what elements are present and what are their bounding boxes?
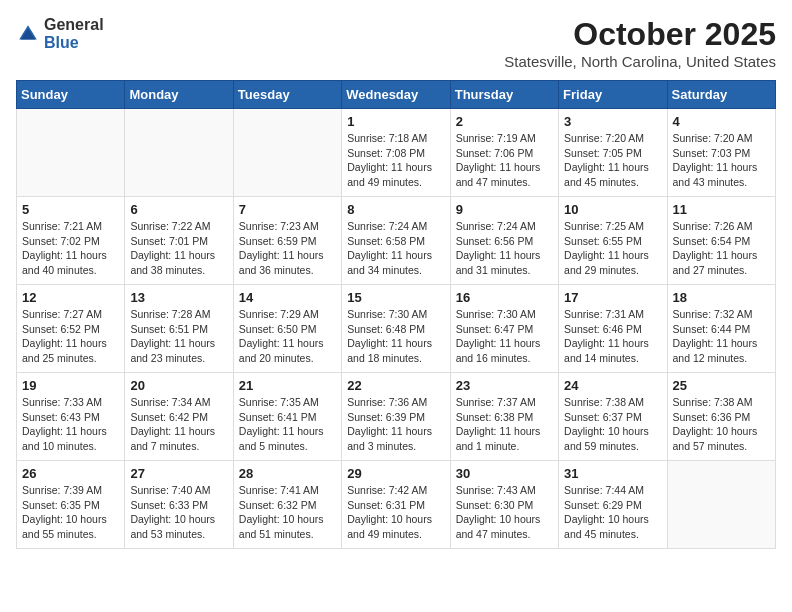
col-wednesday: Wednesday bbox=[342, 81, 450, 109]
day-info: Sunrise: 7:39 AM Sunset: 6:35 PM Dayligh… bbox=[22, 483, 119, 542]
day-number: 8 bbox=[347, 202, 444, 217]
calendar-table: Sunday Monday Tuesday Wednesday Thursday… bbox=[16, 80, 776, 549]
calendar-body: 1Sunrise: 7:18 AM Sunset: 7:08 PM Daylig… bbox=[17, 109, 776, 549]
day-number: 5 bbox=[22, 202, 119, 217]
table-row: 1Sunrise: 7:18 AM Sunset: 7:08 PM Daylig… bbox=[342, 109, 450, 197]
table-row bbox=[125, 109, 233, 197]
table-row: 28Sunrise: 7:41 AM Sunset: 6:32 PM Dayli… bbox=[233, 461, 341, 549]
day-number: 7 bbox=[239, 202, 336, 217]
col-monday: Monday bbox=[125, 81, 233, 109]
day-number: 14 bbox=[239, 290, 336, 305]
calendar-subtitle: Statesville, North Carolina, United Stat… bbox=[504, 53, 776, 70]
day-number: 28 bbox=[239, 466, 336, 481]
table-row: 31Sunrise: 7:44 AM Sunset: 6:29 PM Dayli… bbox=[559, 461, 667, 549]
table-row: 29Sunrise: 7:42 AM Sunset: 6:31 PM Dayli… bbox=[342, 461, 450, 549]
table-row: 11Sunrise: 7:26 AM Sunset: 6:54 PM Dayli… bbox=[667, 197, 775, 285]
col-sunday: Sunday bbox=[17, 81, 125, 109]
day-number: 1 bbox=[347, 114, 444, 129]
table-row: 7Sunrise: 7:23 AM Sunset: 6:59 PM Daylig… bbox=[233, 197, 341, 285]
col-tuesday: Tuesday bbox=[233, 81, 341, 109]
table-row: 25Sunrise: 7:38 AM Sunset: 6:36 PM Dayli… bbox=[667, 373, 775, 461]
day-number: 31 bbox=[564, 466, 661, 481]
day-number: 9 bbox=[456, 202, 553, 217]
table-row: 10Sunrise: 7:25 AM Sunset: 6:55 PM Dayli… bbox=[559, 197, 667, 285]
day-number: 11 bbox=[673, 202, 770, 217]
table-row: 18Sunrise: 7:32 AM Sunset: 6:44 PM Dayli… bbox=[667, 285, 775, 373]
day-number: 13 bbox=[130, 290, 227, 305]
day-info: Sunrise: 7:21 AM Sunset: 7:02 PM Dayligh… bbox=[22, 219, 119, 278]
table-row: 27Sunrise: 7:40 AM Sunset: 6:33 PM Dayli… bbox=[125, 461, 233, 549]
table-row: 21Sunrise: 7:35 AM Sunset: 6:41 PM Dayli… bbox=[233, 373, 341, 461]
table-row bbox=[17, 109, 125, 197]
day-number: 17 bbox=[564, 290, 661, 305]
calendar-title: October 2025 bbox=[504, 16, 776, 53]
day-info: Sunrise: 7:40 AM Sunset: 6:33 PM Dayligh… bbox=[130, 483, 227, 542]
day-info: Sunrise: 7:37 AM Sunset: 6:38 PM Dayligh… bbox=[456, 395, 553, 454]
day-number: 23 bbox=[456, 378, 553, 393]
day-number: 30 bbox=[456, 466, 553, 481]
logo-text: General Blue bbox=[44, 16, 104, 51]
day-info: Sunrise: 7:42 AM Sunset: 6:31 PM Dayligh… bbox=[347, 483, 444, 542]
day-info: Sunrise: 7:31 AM Sunset: 6:46 PM Dayligh… bbox=[564, 307, 661, 366]
table-row: 9Sunrise: 7:24 AM Sunset: 6:56 PM Daylig… bbox=[450, 197, 558, 285]
table-row: 26Sunrise: 7:39 AM Sunset: 6:35 PM Dayli… bbox=[17, 461, 125, 549]
table-row: 17Sunrise: 7:31 AM Sunset: 6:46 PM Dayli… bbox=[559, 285, 667, 373]
day-number: 26 bbox=[22, 466, 119, 481]
day-info: Sunrise: 7:33 AM Sunset: 6:43 PM Dayligh… bbox=[22, 395, 119, 454]
day-number: 16 bbox=[456, 290, 553, 305]
table-row: 30Sunrise: 7:43 AM Sunset: 6:30 PM Dayli… bbox=[450, 461, 558, 549]
day-info: Sunrise: 7:20 AM Sunset: 7:03 PM Dayligh… bbox=[673, 131, 770, 190]
calendar-header: Sunday Monday Tuesday Wednesday Thursday… bbox=[17, 81, 776, 109]
table-row: 24Sunrise: 7:38 AM Sunset: 6:37 PM Dayli… bbox=[559, 373, 667, 461]
table-row: 16Sunrise: 7:30 AM Sunset: 6:47 PM Dayli… bbox=[450, 285, 558, 373]
calendar-week-3: 12Sunrise: 7:27 AM Sunset: 6:52 PM Dayli… bbox=[17, 285, 776, 373]
day-number: 29 bbox=[347, 466, 444, 481]
calendar-week-2: 5Sunrise: 7:21 AM Sunset: 7:02 PM Daylig… bbox=[17, 197, 776, 285]
day-number: 10 bbox=[564, 202, 661, 217]
day-info: Sunrise: 7:18 AM Sunset: 7:08 PM Dayligh… bbox=[347, 131, 444, 190]
day-number: 4 bbox=[673, 114, 770, 129]
table-row: 20Sunrise: 7:34 AM Sunset: 6:42 PM Dayli… bbox=[125, 373, 233, 461]
table-row: 6Sunrise: 7:22 AM Sunset: 7:01 PM Daylig… bbox=[125, 197, 233, 285]
day-info: Sunrise: 7:30 AM Sunset: 6:48 PM Dayligh… bbox=[347, 307, 444, 366]
day-info: Sunrise: 7:24 AM Sunset: 6:58 PM Dayligh… bbox=[347, 219, 444, 278]
title-block: October 2025 Statesville, North Carolina… bbox=[504, 16, 776, 70]
day-info: Sunrise: 7:34 AM Sunset: 6:42 PM Dayligh… bbox=[130, 395, 227, 454]
day-info: Sunrise: 7:22 AM Sunset: 7:01 PM Dayligh… bbox=[130, 219, 227, 278]
table-row: 12Sunrise: 7:27 AM Sunset: 6:52 PM Dayli… bbox=[17, 285, 125, 373]
day-info: Sunrise: 7:24 AM Sunset: 6:56 PM Dayligh… bbox=[456, 219, 553, 278]
page-header: General Blue October 2025 Statesville, N… bbox=[16, 16, 776, 70]
day-number: 18 bbox=[673, 290, 770, 305]
col-thursday: Thursday bbox=[450, 81, 558, 109]
day-info: Sunrise: 7:20 AM Sunset: 7:05 PM Dayligh… bbox=[564, 131, 661, 190]
table-row: 13Sunrise: 7:28 AM Sunset: 6:51 PM Dayli… bbox=[125, 285, 233, 373]
day-info: Sunrise: 7:25 AM Sunset: 6:55 PM Dayligh… bbox=[564, 219, 661, 278]
day-info: Sunrise: 7:36 AM Sunset: 6:39 PM Dayligh… bbox=[347, 395, 444, 454]
calendar-week-5: 26Sunrise: 7:39 AM Sunset: 6:35 PM Dayli… bbox=[17, 461, 776, 549]
table-row: 4Sunrise: 7:20 AM Sunset: 7:03 PM Daylig… bbox=[667, 109, 775, 197]
table-row: 19Sunrise: 7:33 AM Sunset: 6:43 PM Dayli… bbox=[17, 373, 125, 461]
day-info: Sunrise: 7:44 AM Sunset: 6:29 PM Dayligh… bbox=[564, 483, 661, 542]
day-number: 6 bbox=[130, 202, 227, 217]
calendar-week-1: 1Sunrise: 7:18 AM Sunset: 7:08 PM Daylig… bbox=[17, 109, 776, 197]
table-row: 15Sunrise: 7:30 AM Sunset: 6:48 PM Dayli… bbox=[342, 285, 450, 373]
day-number: 25 bbox=[673, 378, 770, 393]
day-number: 19 bbox=[22, 378, 119, 393]
day-info: Sunrise: 7:26 AM Sunset: 6:54 PM Dayligh… bbox=[673, 219, 770, 278]
table-row: 14Sunrise: 7:29 AM Sunset: 6:50 PM Dayli… bbox=[233, 285, 341, 373]
day-info: Sunrise: 7:23 AM Sunset: 6:59 PM Dayligh… bbox=[239, 219, 336, 278]
table-row bbox=[233, 109, 341, 197]
day-number: 24 bbox=[564, 378, 661, 393]
day-number: 21 bbox=[239, 378, 336, 393]
day-number: 15 bbox=[347, 290, 444, 305]
table-row bbox=[667, 461, 775, 549]
day-info: Sunrise: 7:38 AM Sunset: 6:36 PM Dayligh… bbox=[673, 395, 770, 454]
day-info: Sunrise: 7:35 AM Sunset: 6:41 PM Dayligh… bbox=[239, 395, 336, 454]
day-info: Sunrise: 7:32 AM Sunset: 6:44 PM Dayligh… bbox=[673, 307, 770, 366]
day-info: Sunrise: 7:41 AM Sunset: 6:32 PM Dayligh… bbox=[239, 483, 336, 542]
day-number: 2 bbox=[456, 114, 553, 129]
day-info: Sunrise: 7:38 AM Sunset: 6:37 PM Dayligh… bbox=[564, 395, 661, 454]
day-info: Sunrise: 7:29 AM Sunset: 6:50 PM Dayligh… bbox=[239, 307, 336, 366]
header-row: Sunday Monday Tuesday Wednesday Thursday… bbox=[17, 81, 776, 109]
day-number: 20 bbox=[130, 378, 227, 393]
